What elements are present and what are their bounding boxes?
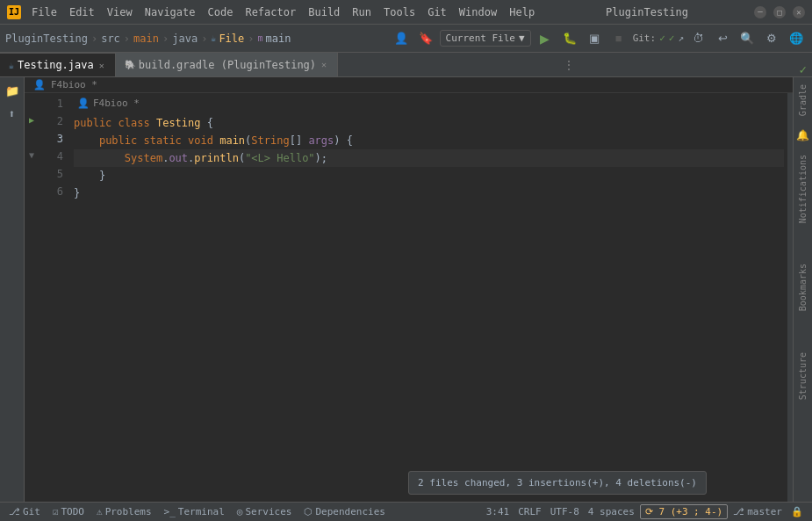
run-button[interactable]: ▶ (535, 28, 556, 49)
avatar-button[interactable]: 🌐 (786, 28, 807, 49)
paren-open: ( (245, 132, 251, 149)
breadcrumb-method[interactable]: m main (258, 33, 291, 45)
paren-close: ) (334, 132, 340, 149)
breadcrumb-sep3: › (162, 33, 169, 45)
git-check2[interactable]: ✓ (669, 33, 675, 44)
code-editor[interactable]: ▶ ▼ 1 2 3 4 5 6 👤 F4bioo * (25, 93, 793, 502)
status-lock[interactable]: 🔒 (787, 503, 807, 522)
clock-button[interactable]: ⏱ (687, 28, 708, 49)
menu-run[interactable]: Run (347, 4, 377, 20)
menu-code[interactable]: Code (203, 4, 239, 20)
vcs-button[interactable]: 👤 (391, 28, 412, 49)
title-bar: IJ File Edit View Navigate Code Refactor… (0, 0, 812, 25)
status-line-sep[interactable]: CRLF (514, 503, 545, 522)
bookmark-button[interactable]: 🔖 (415, 28, 436, 49)
line-num-6: 6 (39, 183, 70, 200)
git-check1[interactable]: ✓ (659, 33, 665, 44)
code-line-4[interactable]: } (74, 167, 784, 185)
debug-button[interactable]: 🐛 (559, 28, 580, 49)
breadcrumb-java[interactable]: java (172, 33, 198, 45)
git-status-icon: ⎇ (9, 506, 20, 517)
tab-build-gradle-close[interactable]: ✕ (320, 60, 328, 69)
menu-tools[interactable]: Tools (378, 4, 420, 20)
window-title: PluginTesting (606, 6, 688, 18)
settings-button[interactable]: ⚙ (761, 28, 782, 49)
gutter-run-2[interactable]: ▶ (25, 111, 39, 128)
line-num-1: 1 (39, 95, 70, 112)
status-deps-item[interactable]: ⬡ Dependencies (300, 503, 388, 522)
right-panel-gradle[interactable]: Gradle (794, 77, 811, 123)
status-indent[interactable]: 4 spaces (585, 503, 638, 522)
menu-navigate[interactable]: Navigate (140, 4, 201, 20)
status-services-item[interactable]: ◎ Services (234, 503, 296, 522)
tab-testing-java-close[interactable]: ✕ (97, 61, 106, 70)
maximize-button[interactable]: □ (773, 6, 786, 18)
code-line-3[interactable]: System.out.println("<L> Hello"); (74, 149, 784, 167)
gutter-fold-4[interactable]: ▼ (25, 146, 39, 163)
str-hello: "<L> Hello" (245, 149, 314, 167)
dot2: . (188, 149, 194, 167)
status-git-item[interactable]: ⎇ Git (5, 503, 44, 522)
menu-build[interactable]: Build (303, 4, 345, 20)
right-panel-structure[interactable]: Structure (794, 345, 811, 407)
menu-git[interactable]: Git (422, 4, 452, 20)
editor-check-icon: ✓ (800, 62, 807, 76)
status-position[interactable]: 3:41 (483, 503, 514, 522)
right-panel-notifications[interactable]: Notifications (794, 148, 811, 230)
tab-testing-java-label: Testing.java (18, 59, 94, 71)
kw-class: class (119, 114, 156, 132)
line-num-5: 5 (39, 165, 70, 183)
status-terminal-item[interactable]: >_ Terminal (161, 503, 228, 522)
breadcrumb-main[interactable]: main (133, 33, 159, 45)
coverage-button[interactable]: ▣ (584, 28, 605, 49)
code-line-6[interactable] (74, 202, 784, 220)
class-Testing: Testing (156, 114, 207, 132)
tab-more-button[interactable]: ⋮ (557, 53, 581, 76)
user-icon1: 👤 (33, 79, 46, 90)
brace-close1: } (99, 167, 105, 185)
menu-refactor[interactable]: Refactor (240, 4, 301, 20)
code-line-5[interactable]: } (74, 185, 784, 202)
project-icon[interactable]: 📁 (3, 81, 22, 100)
position-label: 3:41 (486, 506, 510, 517)
breadcrumb-sep5: › (248, 33, 254, 45)
right-panel-bookmarks[interactable]: Bookmarks (794, 257, 811, 318)
git-arrow[interactable]: ↗ (678, 33, 684, 44)
status-git-changes[interactable]: ⟳ 7 (+3 ; 4-) (640, 504, 728, 519)
stop-button[interactable]: ■ (608, 28, 629, 49)
status-encoding[interactable]: UTF-8 (547, 503, 583, 522)
breadcrumb-sep1: › (91, 33, 97, 45)
code-line-2[interactable]: public static void main(String[] args) { (74, 132, 784, 149)
menu-edit[interactable]: Edit (64, 4, 100, 20)
code-line-1[interactable]: public class Testing { (74, 114, 784, 132)
close-button[interactable]: ✕ (793, 6, 805, 18)
status-branch[interactable]: ⎇ master (729, 503, 786, 522)
code-content[interactable]: 👤 F4bioo * public class Testing { public… (70, 93, 787, 502)
git-area: Git: ✓ ✓ ↗ (633, 33, 684, 44)
status-todo-item[interactable]: ☑ TODO (49, 503, 88, 522)
breadcrumb-src[interactable]: src (101, 33, 120, 45)
brace-open: { (207, 114, 213, 132)
notifications-icon[interactable]: 🔔 (794, 127, 812, 144)
git-changes-label: ⟳ 7 (+3 ; 4-) (645, 506, 722, 517)
kw-public-1: public (74, 114, 119, 132)
menu-view[interactable]: View (102, 4, 138, 20)
menu-bar: File Edit View Navigate Code Refactor Bu… (26, 4, 540, 20)
tab-bar: ☕ Testing.java ✕ 🐘 build.gradle (PluginT… (0, 53, 812, 77)
menu-file[interactable]: File (26, 4, 62, 20)
breadcrumb-sep4: › (201, 33, 207, 45)
code-user-icon: 👤 (77, 95, 90, 112)
minimize-button[interactable]: ─ (754, 6, 766, 18)
run-config-dropdown[interactable]: Current File ▼ (440, 30, 531, 47)
menu-window[interactable]: Window (454, 4, 502, 20)
breadcrumb-project[interactable]: PluginTesting (5, 33, 88, 45)
status-problems-item[interactable]: ⚠ Problems (93, 503, 155, 522)
menu-help[interactable]: Help (504, 4, 540, 20)
search-button[interactable]: 🔍 (737, 28, 758, 49)
breadcrumb-testing[interactable]: ☕ File (211, 33, 244, 45)
commit-icon[interactable]: ⬆ (3, 104, 22, 123)
tab-build-gradle[interactable]: 🐘 build.gradle (PluginTesting) ✕ (116, 53, 338, 76)
tab-testing-java[interactable]: ☕ Testing.java ✕ (0, 53, 116, 76)
undo-button[interactable]: ↩ (712, 28, 733, 49)
type-system: System (125, 149, 162, 167)
